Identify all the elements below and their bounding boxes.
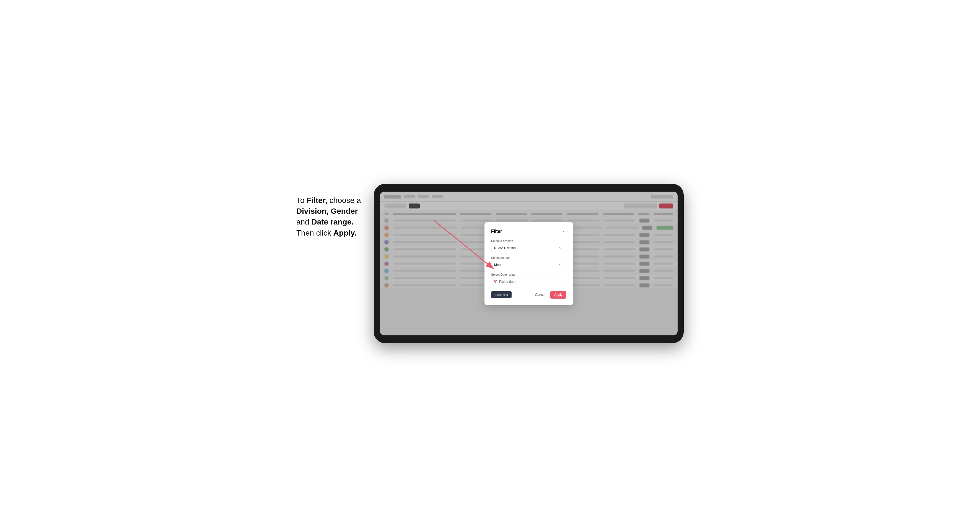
- gender-select[interactable]: Men Women: [491, 261, 566, 269]
- modal-title: Filter: [491, 229, 502, 234]
- date-label: Select Date range: [491, 273, 566, 276]
- tablet-frame: Filter × Select a division NCAA Division…: [374, 184, 684, 343]
- modal-close-button[interactable]: ×: [561, 229, 566, 234]
- date-input-wrapper: 📅: [491, 278, 566, 286]
- instruction-panel: To Filter, choose a Division, Gender and…: [296, 184, 374, 238]
- division-select[interactable]: NCAA Division I NCAA Division II NCAA Di…: [491, 244, 566, 252]
- date-range-bold: Date range.: [312, 217, 354, 226]
- division-gender-bold: Division, Gender: [296, 207, 358, 215]
- clear-filter-button[interactable]: Clear filter: [491, 291, 512, 298]
- filter-modal: Filter × Select a division NCAA Division…: [484, 222, 573, 305]
- cancel-button[interactable]: Cancel: [532, 291, 548, 298]
- apply-bold: Apply.: [333, 229, 356, 237]
- gender-label: Select gender: [491, 256, 566, 259]
- division-label: Select a division: [491, 239, 566, 243]
- gender-select-wrapper: Men Women ✕ ⌃⌄: [491, 261, 566, 269]
- modal-header: Filter ×: [491, 229, 566, 234]
- modal-overlay: Filter × Select a division NCAA Division…: [380, 192, 678, 335]
- tablet-screen: Filter × Select a division NCAA Division…: [380, 192, 678, 335]
- gender-form-group: Select gender Men Women ✕ ⌃⌄: [491, 256, 566, 269]
- modal-footer-right: Cancel Apply: [532, 291, 566, 298]
- apply-button[interactable]: Apply: [550, 291, 566, 298]
- tablet-device: Filter × Select a division NCAA Division…: [374, 184, 684, 343]
- division-select-wrapper: NCAA Division I NCAA Division II NCAA Di…: [491, 244, 566, 252]
- date-range-input[interactable]: [491, 278, 566, 286]
- date-form-group: Select Date range 📅: [491, 273, 566, 286]
- modal-footer: Clear filter Cancel Apply: [491, 291, 566, 298]
- calendar-icon: 📅: [493, 280, 497, 283]
- filter-bold: Filter,: [307, 196, 327, 205]
- division-form-group: Select a division NCAA Division I NCAA D…: [491, 239, 566, 252]
